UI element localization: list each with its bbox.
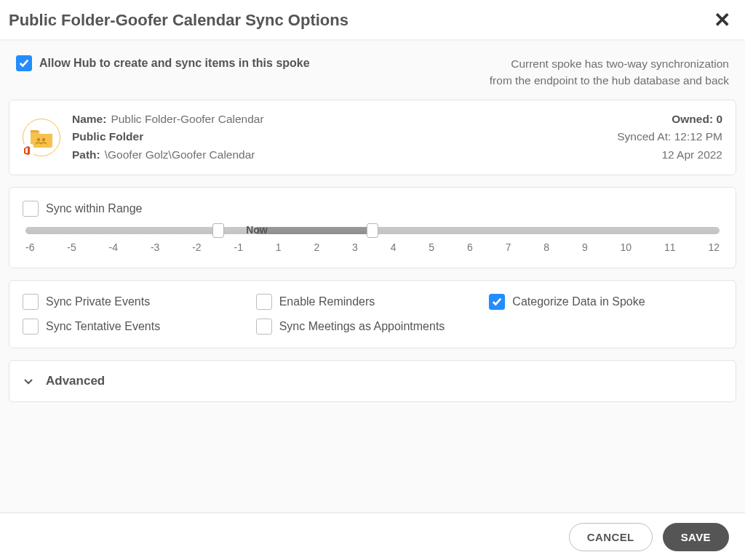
slider-tick: -3: [151, 241, 159, 253]
sync-tentative-label: Sync Tentative Events: [46, 320, 160, 333]
advanced-panel[interactable]: Advanced: [9, 360, 736, 402]
range-panel: Sync within Range Now -6-5-4-3-2-1123456…: [9, 187, 736, 268]
slider-tick: -1: [234, 241, 242, 253]
info-left: Name: Public Folder-Goofer Calendar Publ…: [23, 111, 264, 164]
sync-meetings-row[interactable]: Sync Meetings as Appointments: [256, 319, 490, 335]
enable-reminders-row[interactable]: Enable Reminders: [256, 294, 490, 310]
footer: CANCEL SAVE: [0, 512, 745, 560]
svg-point-1: [42, 137, 45, 140]
dialog-title: Public Folder-Goofer Calendar Sync Optio…: [9, 11, 348, 30]
slider-ticks: -6-5-4-3-2-1123456789101112: [25, 241, 720, 253]
content-area: Allow Hub to create and sync items in th…: [0, 41, 745, 512]
slider-tick: 3: [352, 241, 358, 253]
info-right: Owned: 0 Synced At: 12:12 PM 12 Apr 2022: [617, 111, 722, 164]
cancel-button[interactable]: CANCEL: [569, 523, 653, 551]
sync-meetings-label: Sync Meetings as Appointments: [279, 320, 445, 333]
synced-date: 12 Apr 2022: [617, 146, 722, 164]
sync-range-label: Sync within Range: [46, 202, 143, 215]
slider-handle-to[interactable]: [367, 223, 378, 238]
spoke-desc-line1: Current spoke has two-way synchronizatio…: [490, 55, 729, 72]
sync-tentative-row[interactable]: Sync Tentative Events: [23, 319, 256, 335]
slider-track[interactable]: Now: [25, 227, 720, 234]
range-slider[interactable]: Now -6-5-4-3-2-1123456789101112: [23, 227, 722, 253]
categorize-checkbox[interactable]: [489, 294, 505, 310]
slider-tick: 9: [582, 241, 588, 253]
spoke-desc-line2: from the endpoint to the hub database an…: [490, 72, 729, 89]
spoke-description: Current spoke has two-way synchronizatio…: [490, 55, 729, 89]
slider-tick: 4: [391, 241, 397, 253]
slider-tick: -2: [192, 241, 201, 253]
top-row: Allow Hub to create and sync items in th…: [9, 49, 736, 100]
info-panel: Name: Public Folder-Goofer Calendar Publ…: [9, 100, 736, 175]
close-icon[interactable]: ✕: [714, 10, 730, 31]
sync-private-checkbox[interactable]: [23, 294, 39, 310]
slider-tick: 6: [467, 241, 473, 253]
name-value: Public Folder-Goofer Calendar: [111, 111, 263, 129]
slider-track-active: [257, 227, 372, 234]
allow-hub-row[interactable]: Allow Hub to create and sync items in th…: [16, 55, 310, 71]
path-value: \Goofer Golz\Goofer Calendar: [105, 146, 255, 164]
save-button[interactable]: SAVE: [663, 523, 729, 551]
slider-tick: 7: [506, 241, 511, 253]
slider-now-label: Now: [246, 224, 268, 236]
slider-tick: -6: [25, 241, 34, 253]
sync-range-checkbox[interactable]: [23, 201, 39, 217]
categorize-row[interactable]: Categorize Data in Spoke: [489, 294, 722, 310]
slider-tick: -4: [109, 241, 118, 253]
slider-tick: 8: [543, 241, 549, 253]
slider-tick: 12: [708, 241, 720, 253]
enable-reminders-checkbox[interactable]: [256, 294, 272, 310]
categorize-label: Categorize Data in Spoke: [512, 295, 645, 308]
advanced-label: Advanced: [46, 374, 105, 388]
options-panel: Sync Private Events Enable Reminders Cat…: [9, 280, 736, 348]
owned-value: 0: [716, 113, 722, 125]
titlebar: Public Folder-Goofer Calendar Sync Optio…: [0, 0, 745, 41]
slider-tick: 11: [664, 241, 676, 253]
enable-reminders-label: Enable Reminders: [279, 295, 375, 308]
slider-tick: 2: [314, 241, 319, 253]
name-label: Name:: [72, 111, 106, 129]
sync-meetings-checkbox[interactable]: [256, 319, 272, 335]
info-labels: Name: Public Folder-Goofer Calendar Publ…: [72, 111, 264, 164]
sync-range-row[interactable]: Sync within Range: [23, 201, 722, 217]
sync-private-label: Sync Private Events: [46, 295, 150, 308]
synced-time: 12:12 PM: [674, 130, 722, 143]
chevron-down-icon: [23, 375, 34, 387]
office-badge-icon: [20, 144, 33, 157]
slider-tick: 1: [276, 241, 282, 253]
sync-private-row[interactable]: Sync Private Events: [23, 294, 256, 310]
sync-tentative-checkbox[interactable]: [23, 319, 39, 335]
svg-point-0: [37, 137, 40, 140]
type-value: Public Folder: [72, 128, 264, 146]
path-label: Path:: [72, 146, 100, 164]
allow-hub-checkbox[interactable]: [16, 55, 32, 71]
slider-tick: 5: [429, 241, 434, 253]
folder-icon: [23, 119, 60, 156]
owned-label: Owned:: [672, 113, 713, 125]
slider-tick: -5: [67, 241, 76, 253]
slider-tick: 10: [621, 241, 632, 253]
slider-handle-from[interactable]: [212, 223, 224, 238]
allow-hub-label: Allow Hub to create and sync items in th…: [39, 57, 310, 70]
synced-label: Synced At:: [617, 130, 671, 143]
